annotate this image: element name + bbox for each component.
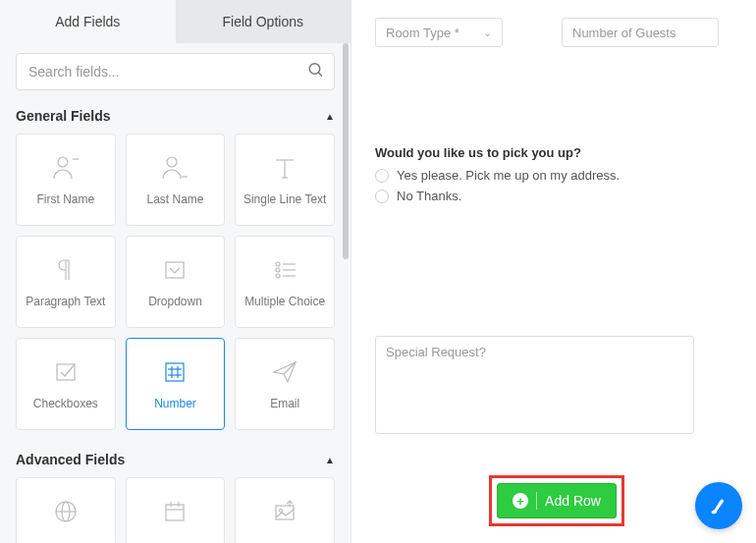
upload-image-icon (270, 497, 299, 526)
brush-icon (708, 495, 729, 516)
collapse-icon: ▲ (325, 455, 335, 465)
form-canvas: Room Type * ⌄ Number of Guests Would you… (351, 0, 756, 543)
text-icon (270, 153, 299, 183)
svg-rect-31 (276, 506, 294, 519)
svg-point-12 (276, 268, 280, 272)
question-label: Would you like us to pick you up? (375, 145, 732, 160)
search-wrapper (16, 53, 335, 90)
field-number[interactable]: Number (126, 338, 226, 430)
field-email[interactable]: Email (235, 338, 335, 430)
general-fields-grid: First Name Last Name Single Line Text Pa… (16, 134, 335, 430)
svg-point-32 (280, 510, 283, 513)
room-type-select[interactable]: Room Type * ⌄ (375, 18, 503, 47)
svg-point-2 (58, 157, 68, 167)
chevron-down-icon: ⌄ (483, 27, 492, 39)
field-file-upload[interactable] (235, 477, 335, 543)
field-multiple-choice[interactable]: Multiple Choice (235, 236, 335, 328)
section-title: General Fields (16, 108, 110, 124)
plus-circle-icon: + (513, 493, 528, 509)
radio-no[interactable]: No Thanks. (375, 189, 732, 203)
svg-point-4 (167, 157, 177, 167)
svg-rect-9 (166, 262, 184, 278)
paper-plane-icon (270, 357, 299, 387)
field-last-name[interactable]: Last Name (126, 134, 226, 226)
svg-line-1 (318, 73, 322, 77)
field-checkboxes[interactable]: Checkboxes (16, 338, 116, 430)
sidebar-tabs: Add Fields Field Options (0, 0, 351, 43)
svg-point-14 (276, 274, 280, 278)
svg-rect-27 (166, 505, 184, 520)
collapse-icon: ▲ (325, 111, 335, 122)
radio-yes[interactable]: Yes please. Pick me up on my address. (375, 168, 732, 183)
globe-icon (51, 497, 81, 526)
person-last-icon (160, 153, 189, 183)
special-request-textarea[interactable]: Special Request? (375, 336, 694, 434)
fields-sidebar: Add Fields Field Options General Fields … (0, 0, 351, 543)
calendar-icon (160, 497, 189, 526)
number-of-guests-input[interactable]: Number of Guests (562, 18, 719, 47)
field-dropdown[interactable]: Dropdown (126, 236, 226, 328)
radio-icon (375, 169, 389, 183)
dropdown-icon (160, 255, 189, 285)
field-first-name[interactable]: First Name (16, 134, 116, 226)
paragraph-icon (51, 255, 81, 285)
tab-field-options[interactable]: Field Options (176, 0, 351, 43)
scrollbar-thumb[interactable] (343, 43, 349, 259)
radio-icon (375, 190, 389, 203)
field-website[interactable] (16, 477, 116, 543)
svg-point-10 (276, 262, 280, 266)
field-single-line-text[interactable]: Single Line Text (235, 134, 335, 226)
add-row-button[interactable]: + Add Row (497, 483, 617, 518)
field-paragraph-text[interactable]: Paragraph Text (16, 236, 116, 328)
edit-fab-button[interactable] (695, 482, 742, 529)
search-input[interactable] (16, 53, 335, 90)
person-first-icon (51, 153, 81, 183)
section-general-fields[interactable]: General Fields ▲ (16, 102, 335, 134)
radio-list-icon (270, 255, 299, 285)
svg-rect-17 (166, 363, 184, 381)
pickup-question: Would you like us to pick you up? Yes pl… (375, 145, 732, 203)
field-date[interactable] (126, 477, 226, 543)
sidebar-scrollbar[interactable] (343, 43, 349, 289)
advanced-fields-grid (16, 477, 335, 543)
search-icon (307, 62, 325, 82)
section-title: Advanced Fields (16, 452, 125, 467)
checkbox-icon (51, 357, 81, 387)
tab-add-fields[interactable]: Add Fields (0, 0, 176, 43)
hash-icon (160, 357, 189, 387)
svg-point-0 (309, 64, 320, 75)
section-advanced-fields[interactable]: Advanced Fields ▲ (16, 446, 335, 477)
